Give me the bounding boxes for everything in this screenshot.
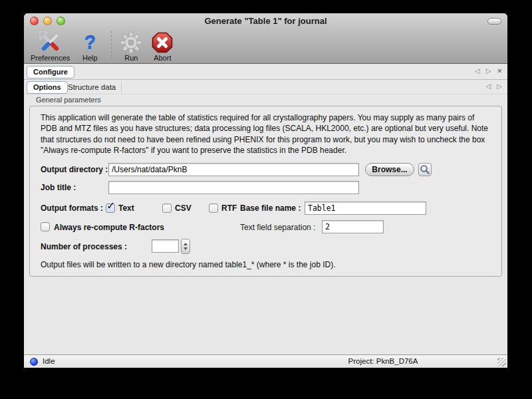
search-directory-button[interactable] — [418, 163, 432, 176]
sub-tabbar: Options Structure data ◁ ▷ — [24, 80, 507, 94]
help-icon: ? — [78, 31, 101, 54]
checkbox-csv-format[interactable]: ✓ — [162, 203, 172, 213]
app-window: Generate "Table 1" for journal Preferenc… — [24, 13, 507, 368]
tab-nav-controls: ◁ ▷ × — [475, 67, 502, 74]
status-bar: Idle Project: PknB_D76A — [24, 354, 507, 368]
output-directory-input[interactable] — [108, 163, 359, 176]
tab-next-icon[interactable]: ▷ — [486, 67, 491, 74]
number-of-processes-input[interactable] — [152, 239, 179, 253]
tab-configure[interactable]: Configure — [27, 66, 74, 78]
checkbox-rtf-format[interactable]: ✓ — [209, 203, 218, 213]
checkbox-rtf-label: RTF — [221, 201, 237, 215]
project-label: Project: PknB_D76A — [317, 357, 450, 365]
job-title-label: Job title : — [41, 181, 76, 194]
output-formats-label: Output formats : — [41, 201, 103, 215]
help-button[interactable]: ? Help — [78, 31, 101, 62]
abort-icon — [151, 31, 174, 54]
main-area: Configure ◁ ▷ × Options Structure data ◁… — [24, 65, 507, 354]
title-bar[interactable]: Generate "Table 1" for journal — [24, 13, 507, 28]
run-label: Run — [124, 54, 138, 62]
checkbox-text-label: Text — [118, 201, 134, 215]
checkbox-csv-label: CSV — [175, 201, 192, 215]
browse-button[interactable]: Browse... — [365, 163, 414, 176]
stepper-down-icon[interactable] — [184, 247, 188, 250]
status-idle-icon — [30, 358, 38, 366]
general-parameters-group: This application will generate the table… — [29, 106, 502, 277]
sub-tab-prev-icon[interactable]: ◁ — [486, 82, 491, 90]
stepper-up-icon[interactable] — [184, 243, 188, 245]
status-text: Idle — [43, 357, 55, 365]
job-title-input[interactable] — [108, 181, 359, 194]
resize-grip[interactable] — [497, 358, 506, 366]
preferences-label: Preferences — [31, 54, 70, 62]
tab-separator — [121, 82, 122, 92]
tab-structure-data[interactable]: Structure data — [68, 83, 116, 91]
group-title: General parameters — [36, 96, 101, 104]
tab-close-icon[interactable]: × — [497, 68, 502, 74]
gear-icon — [120, 31, 142, 54]
toolbar-separator — [111, 31, 112, 59]
sub-tab-next-icon[interactable]: ▷ — [497, 82, 502, 90]
checkbox-recompute-r-factors[interactable]: ✓ — [41, 222, 50, 231]
output-files-note: Output files will be written to a new di… — [41, 260, 336, 269]
sub-tab-nav-controls: ◁ ▷ — [486, 82, 502, 90]
app-description: This application will generate the table… — [41, 112, 492, 156]
run-button[interactable]: Run — [120, 31, 142, 62]
tools-icon — [39, 31, 62, 54]
processes-stepper[interactable] — [181, 239, 190, 254]
base-file-name-input[interactable] — [305, 201, 426, 215]
recompute-r-factors-label: Always re-compute R-factors — [54, 221, 164, 234]
toolbar-toggle-button[interactable] — [487, 18, 501, 25]
text-field-separation-label: Text field separation : — [240, 221, 315, 234]
tab-prev-icon[interactable]: ◁ — [475, 67, 480, 74]
toolbar: Preferences ? Help — [24, 28, 507, 63]
help-label: Help — [82, 54, 98, 62]
abort-label: Abort — [154, 54, 171, 62]
base-file-name-label: Base file name : — [240, 201, 301, 215]
tab-options[interactable]: Options — [27, 81, 68, 94]
output-directory-label: Output directory : — [41, 163, 108, 176]
text-field-separation-input[interactable] — [322, 220, 384, 233]
window-chrome: Generate "Table 1" for journal Preferenc… — [24, 13, 507, 64]
number-of-processes-label: Number of processes : — [41, 240, 127, 253]
magnifier-icon — [420, 164, 430, 175]
notebook-tabbar: Configure ◁ ▷ × — [24, 65, 507, 80]
window-title: Generate "Table 1" for journal — [24, 16, 507, 26]
checkbox-text-format[interactable]: ✓ — [106, 203, 115, 213]
abort-button[interactable]: Abort — [151, 31, 174, 62]
preferences-button[interactable]: Preferences — [31, 31, 70, 62]
